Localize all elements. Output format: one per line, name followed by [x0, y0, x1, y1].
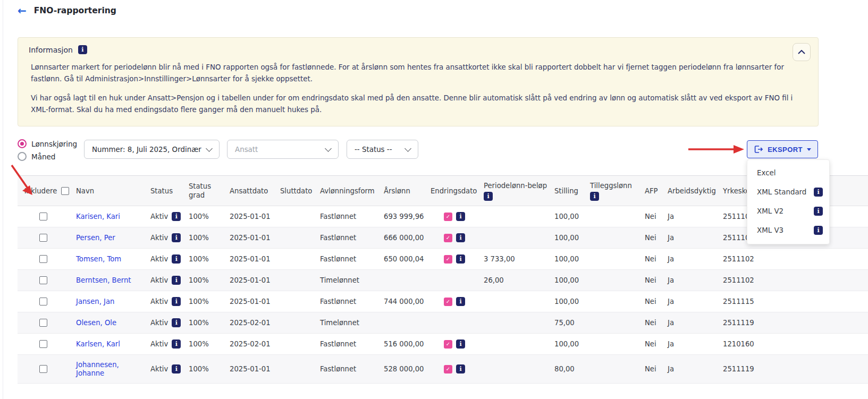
cell-navn: Tomsen, Tom [76, 255, 150, 264]
status-value: Aktiv [150, 298, 168, 305]
export-icon [754, 145, 763, 154]
ansatt-select[interactable]: Ansatt [227, 140, 339, 159]
col-header-label: Avlønningsform [320, 186, 380, 196]
col-header-label: Årslønn [384, 186, 426, 196]
employee-name-link[interactable]: Olesen, Ole [76, 319, 116, 327]
row-checkbox[interactable] [39, 340, 47, 348]
endringsdato-checked-checkbox[interactable]: ✓ [444, 234, 452, 242]
endringsdato-info-icon[interactable]: i [456, 233, 465, 242]
cell-afp: Nei [645, 319, 668, 327]
employee-name-link[interactable]: Karlsen, Karl [76, 340, 120, 349]
cell-yrkeskode: 2511102 [723, 276, 776, 284]
status-info-icon[interactable]: i [172, 318, 181, 327]
page-left-divider [3, 0, 3, 399]
col-header-tilleggslonn: Tilleggslønni [590, 181, 645, 201]
employee-name-link[interactable]: Berntsen, Bernt [76, 276, 131, 285]
endringsdato-info-icon[interactable]: i [456, 254, 465, 264]
status-info-icon[interactable]: i [172, 233, 181, 242]
col-header-stilling: Stilling [554, 186, 590, 196]
employee-name-link[interactable]: Karisen, Kari [76, 213, 120, 221]
table-row: Karlsen, KarlAktivi100%2025-02-01Fastløn… [18, 334, 868, 355]
row-checkbox[interactable] [39, 234, 47, 242]
cell-arbeidsdyktig: Ja [668, 255, 723, 263]
row-checkbox[interactable] [39, 213, 47, 220]
cell-status_grad: 100% [189, 234, 230, 242]
radio-unselected-icon [18, 152, 27, 161]
cell-arbeidsdyktig: Ja [668, 234, 723, 242]
cell-ansattdato: 2025-01-01 [230, 255, 280, 263]
row-checkbox[interactable] [39, 276, 47, 284]
table-row: Jansen, JanAktivi100%2025-01-01Fastlønne… [18, 291, 868, 312]
endringsdato-info-icon[interactable]: i [456, 339, 465, 349]
export-format-info-icon[interactable]: i [814, 226, 823, 235]
status-info-icon[interactable]: i [172, 297, 181, 306]
endringsdato-info-icon[interactable]: i [456, 364, 465, 373]
lonnskjoring-select[interactable]: Nummer: 8, Juli 2025, Ordinær [84, 140, 220, 159]
cell-afp: Nei [645, 255, 668, 263]
endringsdato-checked-checkbox[interactable]: ✓ [444, 213, 452, 221]
cell-endringsdato: ✓i [431, 212, 484, 221]
employee-name-link[interactable]: Tomsen, Tom [76, 255, 121, 264]
cell-navn: Jansen, Jan [76, 298, 150, 306]
status-info-icon[interactable]: i [172, 364, 181, 373]
status-info-icon[interactable]: i [172, 276, 181, 285]
info-paragraph: Lønnsarter markert for periodelønn blir … [31, 62, 807, 85]
endringsdato-checked-checkbox[interactable]: ✓ [444, 365, 452, 373]
select-value: Nummer: 8, Juli 2025, Ordinær [92, 146, 201, 154]
endringsdato-info-icon[interactable]: i [456, 297, 465, 306]
radio-label: Måned [31, 152, 55, 161]
cell-endringsdato: ✓i [431, 297, 484, 306]
status-info-icon[interactable]: i [172, 254, 181, 264]
cell-stilling: 100,00 [554, 298, 590, 305]
eksport-button[interactable]: EKSPORT [747, 140, 818, 158]
radio-maned[interactable]: Måned [18, 152, 77, 161]
cell-afp: Nei [645, 365, 668, 373]
cell-stilling: 75,00 [554, 319, 590, 327]
endringsdato-checked-checkbox[interactable]: ✓ [444, 255, 452, 264]
status-info-icon[interactable]: i [172, 339, 181, 349]
back-arrow-icon[interactable]: ← [18, 5, 27, 16]
collapse-panel-button[interactable] [793, 43, 811, 61]
cell-avlonningsform: Fastlønnet [320, 213, 384, 220]
cell-avlonningsform: Timelønnet [320, 319, 384, 327]
cell-navn: Olesen, Ole [76, 319, 150, 327]
export-menu-item-label: XML Standard [757, 188, 806, 196]
cell-avlonningsform: Fastlønnet [320, 340, 384, 348]
cell-endringsdato: ✓i [431, 364, 484, 373]
export-menu-item-xml-v2[interactable]: XML V2i [747, 201, 829, 220]
endringsdato-checked-checkbox[interactable]: ✓ [444, 298, 452, 306]
cell-endringsdato: ✓i [431, 254, 484, 264]
cell-afp: Nei [645, 213, 668, 220]
cell-stilling: 100,00 [554, 276, 590, 284]
radio-lonnskjoring[interactable]: Lønnskjøring [18, 139, 77, 148]
row-checkbox[interactable] [39, 365, 47, 373]
endringsdato-checked-checkbox[interactable]: ✓ [444, 340, 452, 349]
export-menu-item-xml-v3[interactable]: XML V3i [747, 220, 829, 240]
col-header-label: Status [150, 186, 184, 196]
employee-name-link[interactable]: Jansen, Jan [76, 298, 114, 306]
cell-inkludere [18, 365, 76, 373]
col-header-ansattdato: Ansattdato [230, 186, 280, 196]
column-info-icon[interactable]: i [590, 192, 599, 201]
employee-name-link[interactable]: Persen, Per [76, 234, 115, 242]
status-value: Aktiv [150, 319, 168, 327]
export-format-info-icon[interactable]: i [814, 188, 823, 197]
row-checkbox[interactable] [39, 298, 47, 305]
cell-status_grad: 100% [189, 276, 230, 284]
cell-ansattdato: 2025-01-01 [230, 276, 280, 284]
status-select[interactable]: -- Status -- [347, 140, 418, 159]
info-icon[interactable]: i [78, 45, 87, 54]
export-menu-item-excel[interactable]: Excel [747, 163, 829, 182]
endringsdato-info-icon[interactable]: i [456, 212, 465, 221]
export-format-info-icon[interactable]: i [814, 207, 823, 216]
cell-status_grad: 100% [189, 319, 230, 327]
row-checkbox[interactable] [39, 255, 47, 263]
row-checkbox[interactable] [39, 319, 47, 327]
select-all-checkbox[interactable] [61, 187, 69, 195]
employee-name-link[interactable]: Johannesen, Johanne [76, 361, 146, 378]
cell-status: Aktivi [150, 364, 189, 373]
col-header-arslonn: Årslønn [384, 186, 431, 196]
export-menu-item-xml-standard[interactable]: XML Standardi [747, 182, 829, 201]
status-info-icon[interactable]: i [172, 212, 181, 221]
column-info-icon[interactable]: i [484, 192, 493, 201]
